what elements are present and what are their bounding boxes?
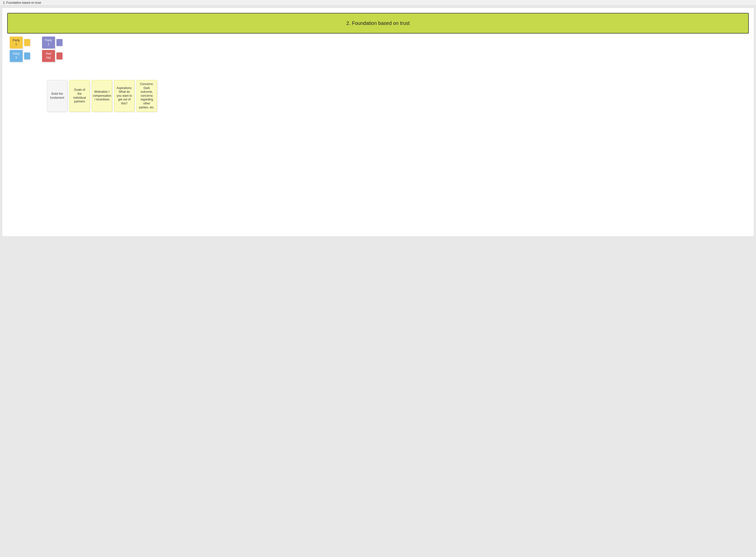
party-col2: Party2 RedHat bbox=[42, 36, 62, 62]
cards-row: Build the fundament Goals of the individ… bbox=[47, 80, 157, 112]
header-title: 2. Foundation based on trust bbox=[346, 20, 410, 26]
card-build-fundament[interactable]: Build the fundament bbox=[47, 80, 67, 112]
party-2-sticky[interactable]: Party2 bbox=[42, 36, 55, 49]
party-1-row: Party1 bbox=[10, 36, 30, 49]
party-3-row: Party3 bbox=[10, 50, 30, 62]
party-col1: Party1 Party3 bbox=[10, 36, 30, 62]
party-3-sticky[interactable]: Party3 bbox=[10, 50, 23, 62]
red-hat-icon bbox=[56, 53, 62, 59]
red-hat-sticky[interactable]: RedHat bbox=[42, 50, 55, 62]
tab-bar: 2. Foundation based on trust bbox=[0, 0, 756, 6]
header-banner: 2. Foundation based on trust bbox=[7, 13, 749, 34]
party-1-sticky[interactable]: Party1 bbox=[10, 36, 23, 49]
tab-label: 2. Foundation based on trust bbox=[3, 1, 41, 4]
party-3-icon bbox=[24, 53, 30, 59]
card-aspirations[interactable]: Aspirations: What do you want to get out… bbox=[114, 80, 135, 112]
party-2-icon bbox=[56, 39, 62, 46]
red-hat-row: RedHat bbox=[42, 50, 62, 62]
card-goals-individual-partners[interactable]: Goals of the individual partners bbox=[69, 80, 90, 112]
party-2-row: Party2 bbox=[42, 36, 62, 49]
canvas-area: 2. Foundation based on trust Party1 Part… bbox=[2, 8, 754, 236]
card-motivation-compensation[interactable]: Motivation / compensation / incentives bbox=[92, 80, 112, 112]
card-concerns[interactable]: Concerns: Dark outcome, concerns regardi… bbox=[137, 80, 157, 112]
party-1-icon bbox=[24, 39, 30, 46]
